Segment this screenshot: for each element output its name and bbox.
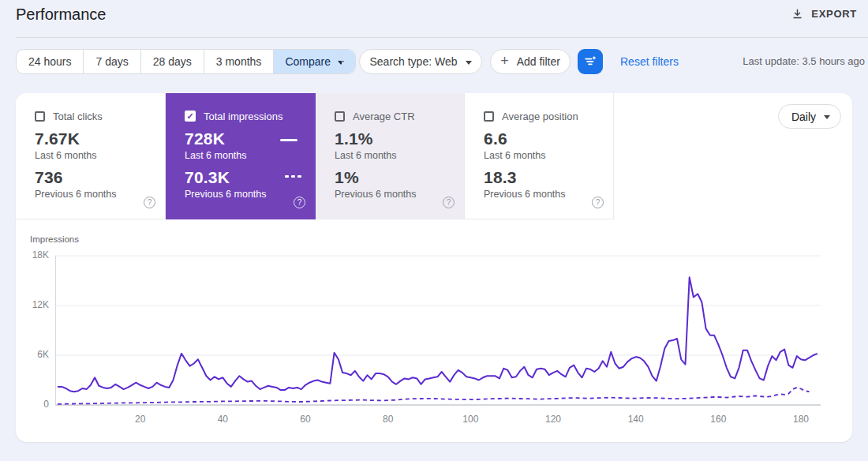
add-filter-button[interactable]: + Add filter: [490, 49, 571, 74]
card-label: Average position: [502, 111, 578, 122]
performance-panel: Total clicks 7.67K Last 6 months 736 Pre…: [16, 93, 852, 442]
date-range-group: 24 hours 7 days 28 days 3 months Compare: [16, 49, 356, 74]
card-value-previous: 1%: [335, 168, 464, 187]
card-total-clicks[interactable]: Total clicks 7.67K Last 6 months 736 Pre…: [16, 93, 166, 219]
range-compare[interactable]: Compare: [274, 50, 355, 73]
performance-page: Performance EXPORT 24 hours 7 days 28 da…: [0, 0, 868, 461]
add-filter-label: Add filter: [517, 55, 560, 68]
dashed-line-legend-icon: [285, 175, 301, 178]
card-value-previous: 70.3K: [185, 168, 315, 187]
card-caption-current: Last 6 months: [335, 150, 464, 161]
interval-dropdown[interactable]: Daily: [778, 104, 841, 129]
card-label: Average CTR: [353, 111, 415, 122]
search-type-label: Search type: Web: [369, 55, 457, 68]
range-28-days[interactable]: 28 days: [141, 50, 204, 73]
help-icon[interactable]: ?: [443, 197, 455, 208]
card-value-current: 1.1%: [335, 129, 464, 148]
ai-filter-button[interactable]: [578, 49, 603, 74]
header-divider: [16, 37, 868, 38]
compare-label: Compare: [285, 55, 331, 68]
total-impressions-checkbox[interactable]: ✓: [185, 111, 196, 122]
card-average-ctr[interactable]: Average CTR 1.1% Last 6 months 1% Previo…: [316, 93, 465, 219]
interval-value: Daily: [791, 111, 816, 123]
chevron-down-icon: [466, 61, 472, 65]
filter-toolbar: 24 hours 7 days 28 days 3 months Compare…: [0, 49, 868, 74]
toolbar-separator: [342, 52, 342, 71]
download-icon: [791, 7, 804, 21]
total-clicks-checkbox[interactable]: [35, 111, 45, 122]
card-caption-current: Last 6 months: [484, 150, 613, 161]
help-icon[interactable]: ?: [144, 197, 155, 208]
range-7-days[interactable]: 7 days: [84, 50, 140, 73]
card-header-row: Average CTR: [335, 110, 464, 122]
export-label: EXPORT: [811, 8, 857, 20]
impressions-line-chart: [55, 240, 836, 410]
card-caption-current: Last 6 months: [185, 150, 315, 161]
chevron-down-icon: [824, 115, 830, 119]
card-value-current: 7.67K: [35, 129, 165, 148]
card-average-position[interactable]: Average position 6.6 Last 6 months 18.3 …: [465, 93, 614, 219]
card-value-previous: 736: [35, 168, 165, 187]
reset-filters-link[interactable]: Reset filters: [620, 49, 679, 74]
card-header-row: Average position: [484, 110, 613, 122]
average-position-checkbox[interactable]: [484, 111, 494, 122]
search-type-dropdown[interactable]: Search type: Web: [359, 49, 482, 74]
range-24-hours[interactable]: 24 hours: [17, 50, 84, 73]
card-label: Total clicks: [53, 111, 103, 122]
chevron-down-icon: [338, 61, 344, 65]
average-ctr-checkbox[interactable]: [335, 111, 345, 122]
range-3-months[interactable]: 3 months: [204, 50, 275, 73]
card-value-previous: 18.3: [484, 168, 613, 187]
plus-icon: +: [500, 54, 509, 68]
card-caption-current: Last 6 months: [35, 150, 165, 161]
help-icon[interactable]: ?: [294, 197, 305, 208]
card-header-row: ✓ Total impressions: [185, 110, 315, 122]
metric-cards: Total clicks 7.67K Last 6 months 736 Pre…: [16, 93, 614, 219]
last-update-text: Last update: 3.5 hours ago: [743, 49, 865, 74]
solid-line-legend-icon: [280, 139, 297, 141]
help-icon[interactable]: ?: [592, 197, 604, 208]
export-button[interactable]: EXPORT: [791, 7, 857, 21]
card-value-current: 6.6: [484, 129, 613, 148]
card-total-impressions[interactable]: ✓ Total impressions 728K Last 6 months 7…: [166, 93, 316, 219]
card-label: Total impressions: [204, 111, 282, 122]
filter-sparkle-icon: [583, 54, 597, 69]
card-header-row: Total clicks: [35, 110, 165, 122]
page-title: Performance: [16, 6, 107, 24]
